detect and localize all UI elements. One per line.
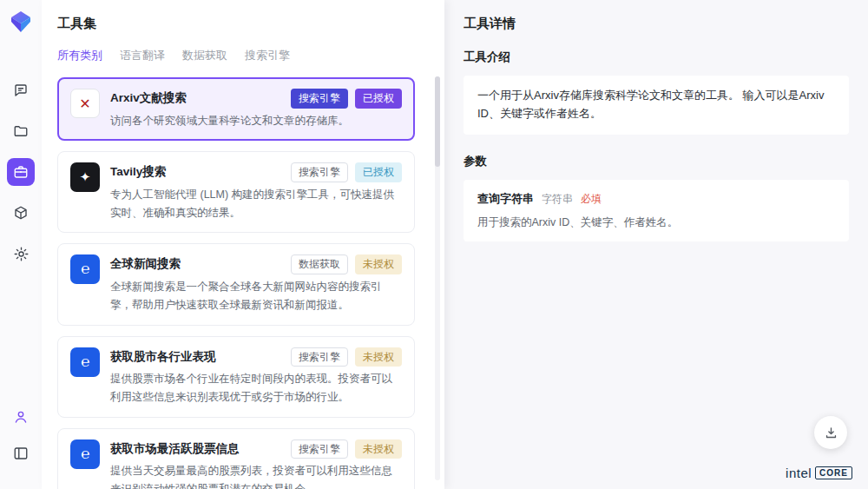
tool-card-body: Arxiv文献搜索 搜索引擎 已授权 访问各个研究领域大量科学论文和文章的存储库… bbox=[110, 89, 402, 129]
scrollbar-track[interactable] bbox=[435, 76, 440, 480]
tool-category-badge: 数据获取 bbox=[291, 254, 348, 274]
tool-description: 提供当天交易量最高的股票列表，投资者可以利用这些信息来识别流动性强的股票和潜在的… bbox=[110, 462, 397, 489]
tool-title: Arxiv文献搜索 bbox=[110, 89, 187, 108]
tool-list-panel: 工具集 所有类别语言翻译数据获取搜索引擎 ✕ Arxiv文献搜索 搜索引擎 已授… bbox=[42, 0, 444, 489]
tool-description: 访问各个研究领域大量科学论文和文章的存储库。 bbox=[110, 112, 397, 130]
tool-card-body: 全球新闻搜索 数据获取 未授权 全球新闻搜索是一个聚合全球各大新闻网站内容的搜索… bbox=[110, 254, 402, 314]
tool-badges: 搜索引擎 已授权 bbox=[291, 162, 402, 182]
toolbox-icon[interactable] bbox=[7, 158, 35, 186]
core-wordmark: CORE bbox=[815, 466, 852, 479]
arxiv-icon: ✕ bbox=[70, 89, 100, 118]
scrollbar-thumb[interactable] bbox=[435, 76, 440, 167]
tool-description: 专为人工智能代理 (LLM) 构建的搜索引擎工具，可快速提供实时、准确和真实的结… bbox=[110, 186, 397, 221]
logo-icon bbox=[10, 10, 31, 33]
tool-title: 获取股市各行业表现 bbox=[110, 347, 216, 367]
tool-status-badge: 未授权 bbox=[355, 254, 402, 274]
app-logo bbox=[10, 10, 31, 36]
param-required-badge: 必填 bbox=[581, 192, 602, 207]
tool-card[interactable]: ✦ Tavily搜索 搜索引擎 已授权 专为人工智能代理 (LLM) 构建的搜索… bbox=[57, 151, 415, 233]
tool-badges: 搜索引擎 未授权 bbox=[291, 347, 402, 367]
tool-badges: 搜索引擎 未授权 bbox=[291, 439, 402, 459]
tool-category-badge: 搜索引擎 bbox=[291, 439, 348, 459]
tool-badges: 数据获取 未授权 bbox=[291, 254, 402, 274]
tool-title: Tavily搜索 bbox=[110, 162, 166, 182]
settings-icon[interactable] bbox=[7, 240, 35, 268]
chat-icon[interactable] bbox=[7, 76, 35, 104]
param-card: 查询字符串 字符串 必填 用于搜索的Arxiv ID、关键字、作者姓名。 bbox=[464, 180, 849, 242]
tool-badges: 搜索引擎 已授权 bbox=[291, 89, 402, 109]
category-tabs: 所有类别语言翻译数据获取搜索引擎 bbox=[57, 48, 429, 63]
download-button[interactable] bbox=[814, 416, 847, 449]
intel-wordmark: intel bbox=[786, 466, 812, 480]
tool-category-badge: 搜索引擎 bbox=[291, 162, 348, 182]
user-icon[interactable] bbox=[7, 403, 35, 431]
folder-icon[interactable] bbox=[7, 117, 35, 145]
panel-toggle-icon[interactable] bbox=[7, 439, 35, 467]
tab-0[interactable]: 所有类别 bbox=[57, 48, 102, 63]
intro-heading: 工具介绍 bbox=[464, 50, 849, 65]
tab-1[interactable]: 语言翻译 bbox=[120, 48, 165, 63]
tool-list-title: 工具集 bbox=[57, 16, 429, 32]
tool-card-body: Tavily搜索 搜索引擎 已授权 专为人工智能代理 (LLM) 构建的搜索引擎… bbox=[110, 162, 402, 221]
tool-detail-panel: 工具详情 工具介绍 一个用于从Arxiv存储库搜索科学论文和文章的工具。 输入可… bbox=[444, 0, 868, 489]
tool-card[interactable]: ✕ Arxiv文献搜索 搜索引擎 已授权 访问各个研究领域大量科学论文和文章的存… bbox=[57, 77, 415, 141]
tavily-icon: ✦ bbox=[70, 162, 100, 192]
efinance-icon: ℮ bbox=[70, 439, 100, 469]
tool-status-badge: 未授权 bbox=[355, 347, 402, 367]
tool-card[interactable]: ℮ 全球新闻搜索 数据获取 未授权 全球新闻搜索是一个聚合全球各大新闻网站内容的… bbox=[57, 243, 415, 325]
efinance-icon: ℮ bbox=[70, 254, 100, 284]
tab-3[interactable]: 搜索引擎 bbox=[245, 48, 290, 63]
efinance-icon: ℮ bbox=[70, 347, 100, 377]
tool-category-badge: 搜索引擎 bbox=[291, 347, 348, 367]
tool-card[interactable]: ℮ 获取股市各行业表现 搜索引擎 未授权 提供股票市场各个行业在特定时间段内的表… bbox=[57, 336, 415, 418]
tool-status-badge: 已授权 bbox=[355, 89, 402, 109]
intel-core-logo: intel CORE bbox=[786, 466, 852, 480]
tool-card-body: 获取市场最活跃股票信息 搜索引擎 未授权 提供当天交易量最高的股票列表，投资者可… bbox=[110, 439, 402, 489]
tool-category-badge: 搜索引擎 bbox=[291, 89, 348, 109]
tool-status-badge: 已授权 bbox=[355, 162, 402, 182]
detail-title: 工具详情 bbox=[464, 16, 849, 32]
tab-2[interactable]: 数据获取 bbox=[182, 48, 227, 63]
params-heading: 参数 bbox=[464, 154, 849, 169]
tool-title: 全球新闻搜索 bbox=[110, 254, 181, 274]
intro-card: 一个用于从Arxiv存储库搜索科学论文和文章的工具。 输入可以是Arxiv ID… bbox=[464, 76, 849, 135]
package-icon[interactable] bbox=[7, 199, 35, 227]
tool-card-body: 获取股市各行业表现 搜索引擎 未授权 提供股票市场各个行业在特定时间段内的表现。… bbox=[110, 347, 402, 406]
param-type: 字符串 bbox=[542, 192, 573, 207]
download-icon bbox=[824, 426, 838, 440]
tool-list: ✕ Arxiv文献搜索 搜索引擎 已授权 访问各个研究领域大量科学论文和文章的存… bbox=[57, 77, 429, 489]
tool-title: 获取市场最活跃股票信息 bbox=[110, 439, 240, 459]
tool-status-badge: 未授权 bbox=[355, 439, 402, 459]
tool-description: 提供股票市场各个行业在特定时间段内的表现。投资者可以利用这些信息来识别表现优于或… bbox=[110, 370, 397, 406]
tool-description: 全球新闻搜索是一个聚合全球各大新闻网站内容的搜索引擎，帮助用户快速获取全球最新资… bbox=[110, 278, 397, 314]
param-description: 用于搜索的Arxiv ID、关键字、作者姓名。 bbox=[477, 215, 835, 231]
tool-card[interactable]: ℮ 获取市场最活跃股票信息 搜索引擎 未授权 提供当天交易量最高的股票列表，投资… bbox=[57, 428, 415, 489]
param-name: 查询字符串 bbox=[477, 191, 534, 207]
icon-rail bbox=[0, 0, 42, 489]
